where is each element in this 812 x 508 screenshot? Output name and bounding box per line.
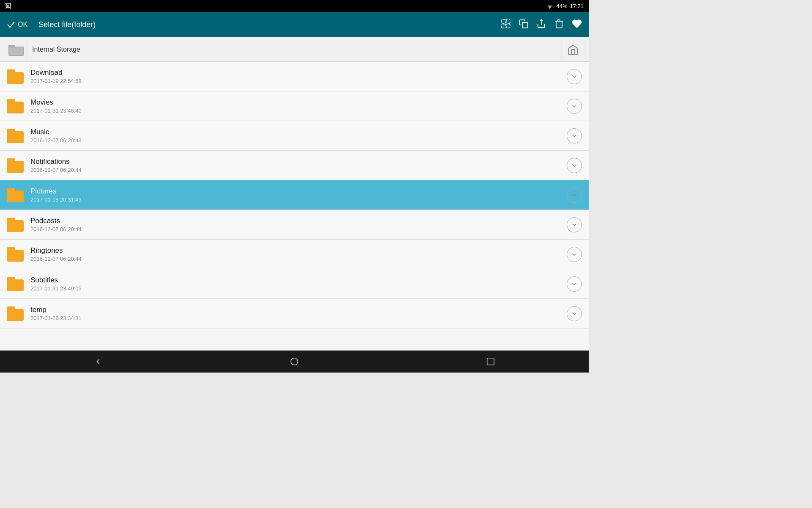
wifi-icon: [546, 3, 554, 10]
svg-rect-11: [487, 358, 494, 365]
folder-name: Pictures: [30, 187, 567, 196]
chevron-button[interactable]: [567, 158, 582, 173]
ok-label: OK: [18, 21, 27, 28]
file-info: Notifications 2016-12-07 06:20:44: [30, 157, 567, 173]
back-button[interactable]: [85, 351, 111, 373]
copy-icon[interactable]: [518, 19, 529, 30]
file-info: Podcasts 2016-12-07 06:20:44: [30, 217, 567, 232]
chevron-button[interactable]: [567, 306, 582, 321]
file-list: Download 2017-01-19 22:54:58 Movies 2017…: [0, 62, 589, 351]
folder-date: 2016-12-07 06:20:44: [30, 226, 567, 232]
chevron-button[interactable]: [567, 247, 582, 262]
share-icon[interactable]: [536, 19, 546, 30]
favorite-icon[interactable]: [572, 19, 582, 30]
folder-date: 2017-01-26 23:34:31: [30, 315, 567, 321]
grid-view-icon[interactable]: [501, 19, 511, 30]
screenshot-icon: 🖼: [5, 3, 11, 9]
folder-name: Music: [30, 128, 567, 136]
file-info: Ringtones 2016-12-07 06:20:44: [30, 246, 567, 262]
chevron-button[interactable]: [567, 128, 582, 144]
list-item[interactable]: temp 2017-01-26 23:34:31: [0, 299, 589, 329]
chevron-button[interactable]: [567, 276, 582, 292]
svg-rect-9: [9, 47, 23, 55]
folder-icon: [7, 99, 24, 113]
list-item[interactable]: Music 2016-12-07 06:20:43: [0, 121, 589, 151]
folder-name: Subtitles: [30, 276, 567, 284]
breadcrumb-folder-icon[interactable]: [5, 39, 27, 61]
breadcrumb-bar: Internal Storage: [0, 37, 589, 62]
folder-icon: [7, 188, 24, 202]
file-info: Subtitles 2017-01-31 23:49:05: [30, 276, 567, 292]
folder-icon: [7, 306, 24, 321]
folder-icon: [7, 247, 24, 262]
recents-button[interactable]: [478, 351, 503, 373]
svg-rect-5: [522, 22, 528, 28]
chevron-button[interactable]: [567, 217, 582, 232]
svg-rect-2: [506, 19, 510, 23]
folder-icon: [7, 158, 24, 173]
ok-button[interactable]: OK: [7, 21, 27, 28]
file-info: Music 2016-12-07 06:20:43: [30, 128, 567, 144]
svg-rect-1: [502, 19, 505, 23]
status-left: 🖼: [5, 3, 11, 9]
svg-point-10: [291, 358, 298, 365]
toolbar-title: Select file(folder): [38, 20, 494, 29]
folder-icon: [7, 69, 24, 84]
chevron-button[interactable]: [567, 99, 582, 114]
file-info: Pictures 2017-01-18 20:31:43: [30, 187, 567, 203]
list-item[interactable]: Movies 2017-01-31 23:48:40: [0, 91, 589, 121]
folder-date: 2017-01-18 20:31:43: [30, 196, 567, 203]
toolbar: OK Select file(folder): [0, 12, 589, 37]
file-info: Movies 2017-01-31 23:48:40: [30, 98, 567, 114]
status-right: 44% 17:21: [546, 3, 584, 10]
svg-rect-3: [502, 24, 505, 28]
folder-icon: [7, 129, 24, 143]
list-item[interactable]: Pictures 2017-01-18 20:31:43: [0, 180, 589, 210]
folder-name: Notifications: [30, 157, 567, 166]
folder-date: 2017-01-31 23:48:40: [30, 108, 567, 114]
list-item[interactable]: Download 2017-01-19 22:54:58: [0, 62, 589, 91]
breadcrumb-location: Internal Storage: [32, 46, 562, 53]
chevron-button[interactable]: [567, 188, 582, 203]
file-info: Download 2017-01-19 22:54:58: [30, 69, 567, 84]
battery-percentage: 44%: [556, 3, 567, 9]
svg-rect-4: [506, 24, 510, 28]
folder-name: Podcasts: [30, 217, 567, 225]
chevron-button[interactable]: [567, 69, 582, 84]
bottom-nav: [0, 351, 589, 373]
home-nav-button[interactable]: [282, 351, 307, 373]
toolbar-actions: [501, 19, 582, 30]
list-item[interactable]: Ringtones 2016-12-07 06:20:44: [0, 240, 589, 269]
folder-date: 2017-01-31 23:49:05: [30, 285, 567, 292]
folder-icon: [7, 277, 24, 291]
folder-icon: [7, 218, 24, 232]
status-bar: 🖼 44% 17:21: [0, 0, 589, 12]
folder-date: 2016-12-07 06:20:44: [30, 256, 567, 262]
folder-name: Download: [30, 69, 567, 77]
list-item[interactable]: Podcasts 2016-12-07 06:20:44: [0, 210, 589, 240]
folder-date: 2017-01-19 22:54:58: [30, 78, 567, 84]
time-display: 17:21: [570, 3, 584, 9]
folder-name: Ringtones: [30, 246, 567, 255]
file-info: temp 2017-01-26 23:34:31: [30, 306, 567, 321]
list-item[interactable]: Notifications 2016-12-07 06:20:44: [0, 151, 589, 180]
delete-icon[interactable]: [554, 19, 564, 30]
folder-date: 2016-12-07 06:20:44: [30, 167, 567, 173]
folder-date: 2016-12-07 06:20:43: [30, 137, 567, 144]
list-item[interactable]: Subtitles 2017-01-31 23:49:05: [0, 269, 589, 299]
folder-name: temp: [30, 306, 567, 314]
folder-name: Movies: [30, 98, 567, 107]
home-button[interactable]: [562, 39, 584, 61]
